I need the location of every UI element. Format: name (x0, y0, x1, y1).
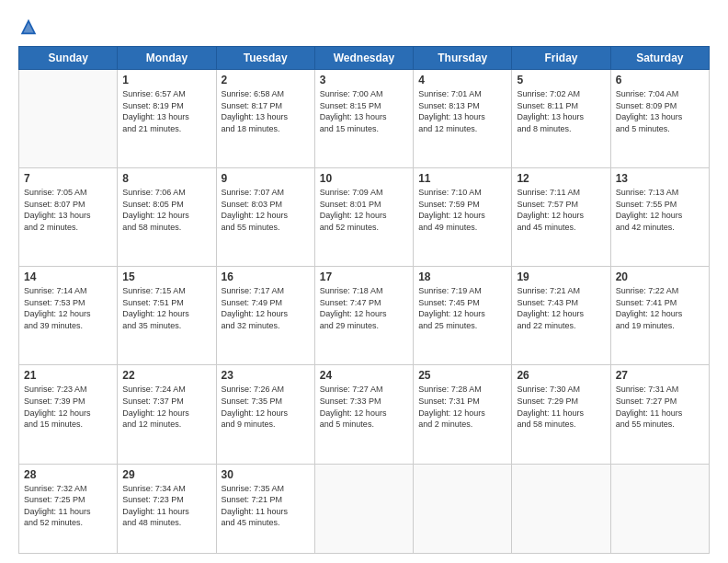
day-number: 3 (320, 74, 408, 86)
day-number: 7 (24, 172, 112, 185)
day-info: Sunrise: 7:13 AM Sunset: 7:55 PM Dayligh… (616, 187, 704, 233)
calendar-cell: 18Sunrise: 7:19 AM Sunset: 7:45 PM Dayli… (414, 267, 512, 365)
day-info: Sunrise: 7:09 AM Sunset: 8:01 PM Dayligh… (320, 187, 408, 233)
day-header-wednesday: Wednesday (314, 47, 413, 70)
calendar-cell: 26Sunrise: 7:30 AM Sunset: 7:29 PM Dayli… (512, 365, 610, 464)
week-row-4: 21Sunrise: 7:23 AM Sunset: 7:39 PM Dayli… (19, 365, 710, 464)
day-info: Sunrise: 6:58 AM Sunset: 8:17 PM Dayligh… (222, 88, 310, 134)
day-header-friday: Friday (512, 47, 610, 70)
day-header-thursday: Thursday (414, 47, 512, 70)
logo-icon (18, 17, 39, 37)
day-number: 10 (320, 172, 408, 185)
week-row-5: 28Sunrise: 7:32 AM Sunset: 7:25 PM Dayli… (19, 464, 710, 553)
day-info: Sunrise: 7:22 AM Sunset: 7:41 PM Dayligh… (616, 285, 704, 331)
week-row-3: 14Sunrise: 7:14 AM Sunset: 7:53 PM Dayli… (19, 267, 710, 365)
calendar-cell: 20Sunrise: 7:22 AM Sunset: 7:41 PM Dayli… (610, 267, 709, 365)
day-number: 13 (616, 172, 704, 185)
calendar-cell: 10Sunrise: 7:09 AM Sunset: 8:01 PM Dayli… (314, 168, 413, 267)
day-number: 29 (122, 468, 210, 481)
day-info: Sunrise: 7:18 AM Sunset: 7:47 PM Dayligh… (320, 285, 408, 331)
calendar-cell: 8Sunrise: 7:06 AM Sunset: 8:05 PM Daylig… (118, 168, 216, 267)
day-header-tuesday: Tuesday (216, 47, 314, 70)
day-number: 24 (320, 369, 408, 382)
day-header-saturday: Saturday (610, 47, 709, 70)
day-info: Sunrise: 7:01 AM Sunset: 8:13 PM Dayligh… (418, 88, 506, 134)
calendar-cell: 23Sunrise: 7:26 AM Sunset: 7:35 PM Dayli… (216, 365, 314, 464)
day-number: 4 (418, 74, 506, 86)
day-header-sunday: Sunday (19, 47, 118, 70)
day-number: 28 (24, 468, 112, 481)
calendar-cell (314, 464, 413, 553)
calendar: SundayMondayTuesdayWednesdayThursdayFrid… (18, 46, 710, 554)
day-info: Sunrise: 7:19 AM Sunset: 7:45 PM Dayligh… (418, 285, 506, 331)
day-info: Sunrise: 7:04 AM Sunset: 8:09 PM Dayligh… (616, 88, 704, 134)
day-info: Sunrise: 7:06 AM Sunset: 8:05 PM Dayligh… (122, 187, 210, 233)
calendar-cell: 4Sunrise: 7:01 AM Sunset: 8:13 PM Daylig… (414, 70, 512, 168)
day-header-monday: Monday (118, 47, 216, 70)
calendar-cell: 7Sunrise: 7:05 AM Sunset: 8:07 PM Daylig… (19, 168, 118, 267)
day-number: 2 (222, 74, 310, 86)
day-number: 5 (517, 74, 605, 86)
day-info: Sunrise: 7:07 AM Sunset: 8:03 PM Dayligh… (222, 187, 310, 233)
day-info: Sunrise: 7:14 AM Sunset: 7:53 PM Dayligh… (24, 285, 112, 331)
calendar-cell (19, 70, 118, 168)
calendar-cell: 15Sunrise: 7:15 AM Sunset: 7:51 PM Dayli… (118, 267, 216, 365)
calendar-cell: 22Sunrise: 7:24 AM Sunset: 7:37 PM Dayli… (118, 365, 216, 464)
calendar-cell: 27Sunrise: 7:31 AM Sunset: 7:27 PM Dayli… (610, 365, 709, 464)
calendar-cell: 11Sunrise: 7:10 AM Sunset: 7:59 PM Dayli… (414, 168, 512, 267)
calendar-cell: 3Sunrise: 7:00 AM Sunset: 8:15 PM Daylig… (314, 70, 413, 168)
days-header-row: SundayMondayTuesdayWednesdayThursdayFrid… (19, 47, 710, 70)
day-number: 30 (222, 468, 310, 481)
day-info: Sunrise: 7:31 AM Sunset: 7:27 PM Dayligh… (616, 384, 704, 430)
calendar-cell: 30Sunrise: 7:35 AM Sunset: 7:21 PM Dayli… (216, 464, 314, 553)
calendar-cell (414, 464, 512, 553)
day-number: 22 (122, 369, 210, 382)
calendar-body: 1Sunrise: 6:57 AM Sunset: 8:19 PM Daylig… (19, 70, 710, 554)
calendar-cell: 12Sunrise: 7:11 AM Sunset: 7:57 PM Dayli… (512, 168, 610, 267)
page: SundayMondayTuesdayWednesdayThursdayFrid… (0, 0, 728, 563)
day-info: Sunrise: 7:26 AM Sunset: 7:35 PM Dayligh… (222, 384, 310, 430)
day-info: Sunrise: 7:30 AM Sunset: 7:29 PM Dayligh… (517, 384, 605, 430)
calendar-cell: 29Sunrise: 7:34 AM Sunset: 7:23 PM Dayli… (118, 464, 216, 553)
day-number: 11 (418, 172, 506, 185)
week-row-2: 7Sunrise: 7:05 AM Sunset: 8:07 PM Daylig… (19, 168, 710, 267)
calendar-cell (610, 464, 709, 553)
calendar-cell: 16Sunrise: 7:17 AM Sunset: 7:49 PM Dayli… (216, 267, 314, 365)
day-number: 15 (122, 270, 210, 283)
day-number: 25 (418, 369, 506, 382)
day-info: Sunrise: 7:23 AM Sunset: 7:39 PM Dayligh… (24, 384, 112, 430)
calendar-cell: 9Sunrise: 7:07 AM Sunset: 8:03 PM Daylig… (216, 168, 314, 267)
logo (18, 17, 42, 37)
day-number: 12 (517, 172, 605, 185)
day-number: 17 (320, 270, 408, 283)
day-info: Sunrise: 7:02 AM Sunset: 8:11 PM Dayligh… (517, 88, 605, 134)
calendar-cell: 5Sunrise: 7:02 AM Sunset: 8:11 PM Daylig… (512, 70, 610, 168)
day-number: 14 (24, 270, 112, 283)
day-info: Sunrise: 7:10 AM Sunset: 7:59 PM Dayligh… (418, 187, 506, 233)
calendar-cell: 1Sunrise: 6:57 AM Sunset: 8:19 PM Daylig… (118, 70, 216, 168)
day-number: 6 (616, 74, 704, 86)
calendar-cell: 17Sunrise: 7:18 AM Sunset: 7:47 PM Dayli… (314, 267, 413, 365)
day-number: 23 (222, 369, 310, 382)
day-info: Sunrise: 7:17 AM Sunset: 7:49 PM Dayligh… (222, 285, 310, 331)
day-info: Sunrise: 6:57 AM Sunset: 8:19 PM Dayligh… (122, 88, 210, 134)
day-info: Sunrise: 7:00 AM Sunset: 8:15 PM Dayligh… (320, 88, 408, 134)
calendar-cell: 28Sunrise: 7:32 AM Sunset: 7:25 PM Dayli… (19, 464, 118, 553)
calendar-cell: 13Sunrise: 7:13 AM Sunset: 7:55 PM Dayli… (610, 168, 709, 267)
day-number: 8 (122, 172, 210, 185)
header (18, 17, 710, 37)
day-info: Sunrise: 7:32 AM Sunset: 7:25 PM Dayligh… (24, 483, 112, 529)
day-info: Sunrise: 7:27 AM Sunset: 7:33 PM Dayligh… (320, 384, 408, 430)
calendar-cell: 19Sunrise: 7:21 AM Sunset: 7:43 PM Dayli… (512, 267, 610, 365)
calendar-cell: 6Sunrise: 7:04 AM Sunset: 8:09 PM Daylig… (610, 70, 709, 168)
calendar-cell: 2Sunrise: 6:58 AM Sunset: 8:17 PM Daylig… (216, 70, 314, 168)
calendar-cell: 24Sunrise: 7:27 AM Sunset: 7:33 PM Dayli… (314, 365, 413, 464)
day-info: Sunrise: 7:24 AM Sunset: 7:37 PM Dayligh… (122, 384, 210, 430)
week-row-1: 1Sunrise: 6:57 AM Sunset: 8:19 PM Daylig… (19, 70, 710, 168)
day-number: 21 (24, 369, 112, 382)
day-info: Sunrise: 7:15 AM Sunset: 7:51 PM Dayligh… (122, 285, 210, 331)
day-number: 9 (222, 172, 310, 185)
calendar-cell: 21Sunrise: 7:23 AM Sunset: 7:39 PM Dayli… (19, 365, 118, 464)
day-info: Sunrise: 7:05 AM Sunset: 8:07 PM Dayligh… (24, 187, 112, 233)
day-number: 27 (616, 369, 704, 382)
